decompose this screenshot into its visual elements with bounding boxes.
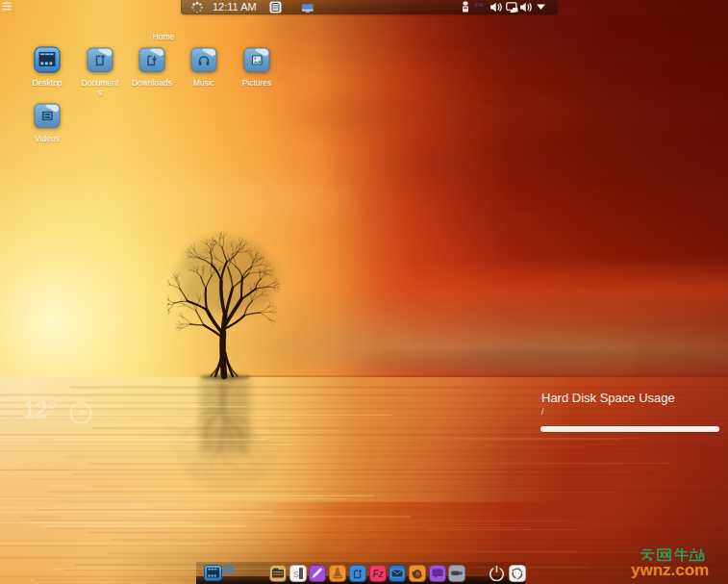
- svg-text:S: S: [293, 570, 299, 579]
- svg-text:Fz: Fz: [372, 569, 383, 579]
